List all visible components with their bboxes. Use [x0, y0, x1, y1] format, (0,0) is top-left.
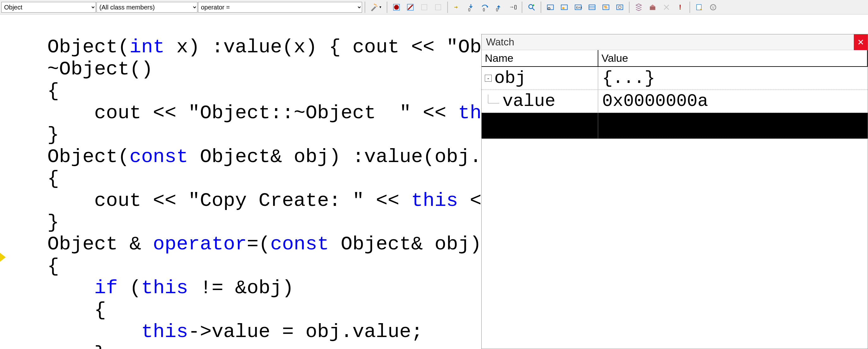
member-selector[interactable]: operator = — [198, 2, 362, 12]
watch-var-value: 0x0000000a — [598, 90, 868, 113]
svg-rect-19 — [562, 7, 565, 9]
step-over-icon[interactable]: {} — [478, 2, 491, 13]
quickwatch-icon[interactable] — [525, 2, 538, 13]
tree-branch-icon — [488, 95, 499, 103]
bookmark-next-icon — [432, 2, 445, 13]
stop-build-icon — [660, 2, 673, 13]
watch-var-name: value — [502, 91, 555, 111]
svg-point-13 — [529, 4, 533, 8]
toolbar-separator — [387, 2, 387, 13]
class-selector[interactable]: Object — [1, 2, 96, 12]
watch-window: Watch ✕ Name Value - obj {...} value 0x0… — [481, 34, 868, 349]
registers-window-icon[interactable]: EAX — [571, 2, 585, 13]
svg-rect-28 — [617, 5, 623, 9]
watch-window-icon[interactable] — [544, 2, 557, 13]
run-to-cursor-icon[interactable]: →{} — [506, 2, 519, 13]
members-filter-selector[interactable]: (All class members) — [96, 2, 197, 12]
close-icon[interactable]: ✕ — [854, 34, 868, 50]
toolbar-separator — [689, 2, 690, 13]
step-into-icon[interactable]: {} — [464, 2, 477, 13]
svg-rect-7 — [422, 4, 427, 10]
watch-rows: - obj {...} value 0x0000000a — [482, 67, 868, 139]
wand-icon[interactable]: ▼ — [368, 2, 384, 13]
toolbar-separator — [522, 2, 522, 13]
go-icon[interactable] — [693, 2, 706, 13]
watch-header-name[interactable]: Name — [482, 50, 598, 66]
svg-line-6 — [408, 5, 412, 9]
watch-row[interactable]: value 0x0000000a — [482, 90, 868, 113]
variables-window-icon[interactable] — [558, 2, 571, 13]
watch-row[interactable]: - obj {...} — [482, 67, 868, 90]
watch-header-value[interactable]: Value — [598, 50, 868, 66]
insert-breakpoint-icon[interactable] — [707, 2, 720, 13]
toolbar-separator — [447, 2, 448, 13]
svg-rect-27 — [604, 7, 608, 8]
svg-rect-22 — [589, 5, 595, 9]
watch-var-name: obj — [494, 68, 526, 88]
svg-text:{}: {} — [496, 7, 498, 11]
show-next-statement-icon[interactable] — [451, 2, 464, 13]
svg-point-29 — [619, 6, 621, 8]
svg-point-2 — [374, 3, 375, 4]
svg-rect-26 — [604, 6, 607, 7]
watch-headers: Name Value — [482, 50, 868, 67]
svg-text:!: ! — [679, 3, 681, 11]
svg-point-35 — [710, 4, 716, 10]
toolbar: Object (All class members) operator = ▼ … — [0, 0, 868, 14]
bookmark-icon — [417, 2, 431, 13]
disable-breakpoint-icon[interactable] — [404, 2, 417, 13]
svg-point-15 — [533, 4, 534, 6]
svg-text:{}: {} — [468, 7, 471, 11]
svg-text:→{}: →{} — [509, 4, 517, 9]
svg-point-3 — [394, 5, 399, 9]
watch-var-value: {...} — [598, 67, 868, 90]
watch-title-label: Watch — [486, 36, 515, 48]
svg-point-0 — [375, 4, 376, 5]
watch-row-empty[interactable] — [482, 113, 868, 139]
svg-rect-8 — [435, 4, 441, 10]
compile-icon[interactable] — [632, 2, 645, 13]
svg-point-17 — [548, 7, 550, 10]
svg-line-14 — [532, 8, 535, 10]
build-icon[interactable] — [646, 2, 659, 13]
memory-window-icon[interactable] — [585, 2, 599, 13]
toolbar-separator — [540, 2, 541, 13]
toggle-breakpoint-icon[interactable] — [390, 2, 403, 13]
svg-rect-30 — [650, 6, 655, 10]
toolbar-separator — [629, 2, 629, 13]
watch-title-bar[interactable]: Watch ✕ — [482, 34, 868, 50]
call-stack-window-icon[interactable] — [599, 2, 613, 13]
execute-icon[interactable]: ! — [674, 2, 687, 13]
svg-text:{}: {} — [483, 7, 486, 11]
svg-point-1 — [376, 6, 377, 7]
disassembly-window-icon[interactable] — [613, 2, 626, 13]
current-line-arrow-icon — [0, 253, 6, 262]
step-out-icon[interactable]: {} — [492, 2, 505, 13]
svg-text:EAX: EAX — [576, 6, 583, 9]
expand-toggle-icon[interactable]: - — [485, 75, 492, 82]
toolbar-separator — [365, 2, 365, 13]
